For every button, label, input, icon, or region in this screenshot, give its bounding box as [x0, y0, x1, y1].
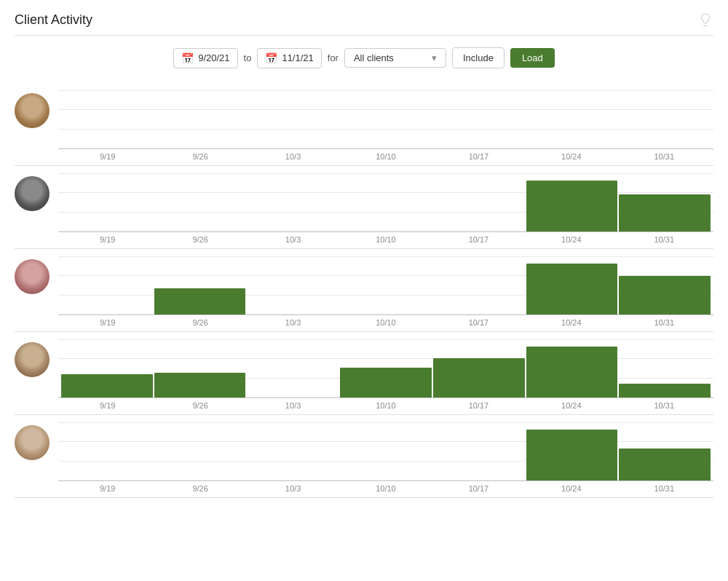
x-label-1-1: 9/26 [154, 152, 246, 161]
bar-5-6 [619, 448, 711, 481]
bar-slot-3-0 [61, 256, 153, 315]
bar-slot-4-6 [619, 339, 711, 398]
to-label: to [244, 52, 252, 63]
bar-slot-1-5 [526, 90, 618, 149]
x-label-4-2: 10/3 [247, 401, 339, 410]
avatar-2 [15, 176, 50, 211]
x-label-5-3: 10/10 [339, 484, 432, 493]
client-row-4: 9/199/2610/310/1010/1710/2410/31 [15, 332, 713, 415]
charts-container: 9/199/2610/310/1010/1710/2410/319/199/26… [15, 83, 713, 498]
x-label-3-4: 10/17 [432, 318, 525, 327]
page-header: Client Activity [15, 12, 713, 36]
x-label-2-4: 10/17 [432, 235, 525, 244]
chart-area-1: 9/199/2610/310/1010/1710/2410/31 [58, 90, 713, 165]
date-from-input[interactable]: 📅 9/20/21 [173, 48, 237, 68]
client-row-3: 9/199/2610/310/1010/1710/2410/31 [15, 249, 713, 332]
bar-slot-5-3 [340, 422, 432, 481]
bar-slot-1-6 [619, 90, 711, 149]
x-label-2-6: 10/31 [618, 235, 711, 244]
x-label-1-5: 10/24 [525, 152, 617, 161]
date-from-value: 9/20/21 [198, 52, 229, 63]
date-to-input[interactable]: 📅 11/1/21 [257, 48, 321, 68]
bar-slot-3-1 [154, 256, 246, 315]
x-label-3-6: 10/31 [618, 318, 711, 327]
client-select-value: All clients [354, 52, 394, 63]
bar-slot-2-1 [154, 173, 246, 232]
bar-3-6 [619, 276, 711, 315]
x-label-5-1: 9/26 [154, 484, 246, 493]
page-title: Client Activity [15, 12, 92, 28]
page-container: Client Activity 📅 9/20/21 to 📅 11/1/21 f… [0, 0, 728, 581]
avatar-4 [15, 342, 50, 377]
avatar-5 [15, 425, 50, 460]
bar-slot-2-0 [61, 173, 153, 232]
x-label-2-0: 9/19 [61, 235, 154, 244]
include-button[interactable]: Include [452, 47, 505, 68]
chart-area-4: 9/199/2610/310/1010/1710/2410/31 [58, 339, 713, 414]
x-label-5-5: 10/24 [525, 484, 617, 493]
bar-slot-3-3 [340, 256, 432, 315]
x-label-3-3: 10/10 [339, 318, 432, 327]
toolbar: 📅 9/20/21 to 📅 11/1/21 for All clients ▾… [15, 47, 713, 68]
for-label: for [328, 52, 339, 63]
client-row-5: 9/199/2610/310/1010/1710/2410/31 [15, 415, 713, 498]
calendar-from-icon: 📅 [181, 52, 194, 64]
bar-4-5 [526, 347, 618, 398]
bar-4-4 [433, 358, 525, 398]
x-label-3-1: 9/26 [154, 318, 246, 327]
client-select-dropdown[interactable]: All clients ▾ [344, 48, 446, 68]
x-label-1-6: 10/31 [618, 152, 711, 161]
x-label-4-0: 9/19 [61, 401, 154, 410]
date-to-value: 11/1/21 [282, 52, 313, 63]
x-label-4-4: 10/17 [432, 401, 525, 410]
x-label-2-1: 9/26 [154, 235, 246, 244]
bar-slot-1-2 [247, 90, 339, 149]
x-label-5-2: 10/3 [247, 484, 339, 493]
bar-4-6 [619, 384, 711, 398]
chart-area-2: 9/199/2610/310/1010/1710/2410/31 [58, 173, 713, 248]
x-label-1-2: 10/3 [247, 152, 339, 161]
lightbulb-icon[interactable] [697, 12, 713, 28]
x-label-3-5: 10/24 [525, 318, 617, 327]
bar-slot-3-6 [619, 256, 711, 315]
bar-slot-5-2 [247, 422, 339, 481]
bar-slot-5-0 [61, 422, 153, 481]
chart-area-5: 9/199/2610/310/1010/1710/2410/31 [58, 422, 713, 497]
bar-slot-4-3 [340, 339, 432, 398]
bar-2-6 [619, 194, 711, 232]
calendar-to-icon: 📅 [265, 52, 277, 64]
bar-slot-4-0 [61, 339, 153, 398]
x-label-4-1: 9/26 [154, 401, 246, 410]
x-label-5-4: 10/17 [432, 484, 525, 493]
bar-slot-2-3 [340, 173, 432, 232]
bar-slot-2-6 [619, 173, 711, 232]
bar-slot-4-5 [526, 339, 618, 398]
bar-slot-2-2 [247, 173, 339, 232]
bar-slot-4-1 [154, 339, 246, 398]
x-label-5-6: 10/31 [618, 484, 711, 493]
avatar-1 [15, 93, 50, 128]
bar-slot-5-4 [433, 422, 525, 481]
bar-slot-4-4 [433, 339, 525, 398]
bar-slot-5-1 [154, 422, 246, 481]
chevron-down-icon: ▾ [432, 52, 437, 63]
bar-slot-4-2 [247, 339, 339, 398]
bar-slot-3-5 [526, 256, 618, 315]
bar-4-0 [61, 374, 153, 398]
bar-4-1 [154, 373, 246, 398]
bar-slot-3-2 [247, 256, 339, 315]
x-label-3-2: 10/3 [247, 318, 339, 327]
x-label-4-3: 10/10 [339, 401, 432, 410]
avatar-3 [15, 259, 50, 294]
x-label-1-4: 10/17 [432, 152, 525, 161]
load-button[interactable]: Load [510, 48, 555, 68]
bar-4-3 [340, 368, 432, 398]
x-label-1-3: 10/10 [339, 152, 432, 161]
bar-slot-5-6 [619, 422, 711, 481]
x-label-3-0: 9/19 [61, 318, 154, 327]
bar-slot-5-5 [526, 422, 618, 481]
x-label-5-0: 9/19 [61, 484, 154, 493]
bar-slot-1-1 [154, 90, 246, 149]
x-label-1-0: 9/19 [61, 152, 154, 161]
bar-slot-3-4 [433, 256, 525, 315]
